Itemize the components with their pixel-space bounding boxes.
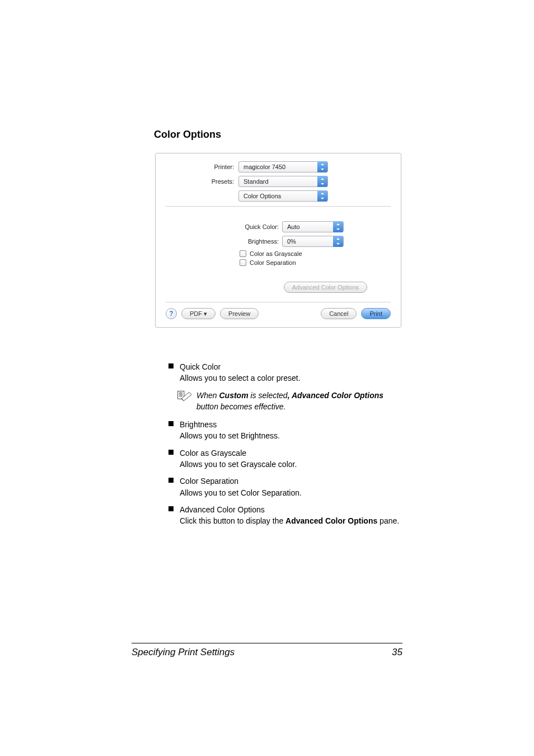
presets-select[interactable]: Standard bbox=[238, 176, 328, 187]
divider bbox=[166, 302, 391, 302]
page-footer: Specifying Print Settings 35 bbox=[132, 643, 402, 658]
list-item: Brightness Allows you to set Brightness. bbox=[154, 419, 402, 442]
body-text: Quick Color Allows you to select a color… bbox=[154, 361, 402, 527]
bullet-icon bbox=[168, 421, 174, 426]
brightness-value: 0% bbox=[287, 238, 296, 245]
list-item: Quick Color Allows you to select a color… bbox=[154, 361, 402, 384]
bullet-desc: Click this button to display the Advance… bbox=[180, 515, 402, 526]
bullet-icon bbox=[168, 506, 174, 511]
brightness-select[interactable]: 0% bbox=[282, 236, 344, 247]
printer-value: magicolor 7450 bbox=[243, 164, 285, 170]
chevron-updown-icon bbox=[317, 161, 327, 172]
color-separation-label: Color Separation bbox=[250, 259, 296, 266]
quick-color-value: Auto bbox=[287, 223, 300, 230]
note-text: When Custom is selected, Advanced Color … bbox=[196, 391, 383, 411]
divider bbox=[166, 206, 391, 207]
color-as-grayscale-checkbox[interactable]: Color as Grayscale bbox=[240, 250, 391, 257]
list-item: Advanced Color Options Click this button… bbox=[154, 504, 402, 527]
print-dialog: Printer: magicolor 7450 Presets: Standar… bbox=[155, 153, 401, 328]
chevron-updown-icon bbox=[317, 176, 327, 187]
section-title: Color Options bbox=[154, 129, 402, 141]
chevron-updown-icon bbox=[317, 190, 327, 202]
bullet-desc: Allows you to set Grayscale color. bbox=[180, 459, 402, 470]
note: When Custom is selected, Advanced Color … bbox=[154, 390, 402, 413]
pdf-button[interactable]: PDF ▾ bbox=[181, 308, 216, 319]
chevron-updown-icon bbox=[333, 236, 343, 247]
footer-rule bbox=[132, 643, 402, 643]
checkbox-icon bbox=[240, 250, 246, 257]
bullet-title: Quick Color bbox=[180, 361, 402, 372]
printer-label: Printer: bbox=[166, 164, 238, 170]
brightness-label: Brightness: bbox=[240, 238, 282, 245]
bullet-desc: Allows you to set Brightness. bbox=[180, 430, 402, 441]
bullet-title: Advanced Color Options bbox=[180, 504, 402, 515]
note-icon bbox=[177, 390, 193, 404]
print-button[interactable]: Print bbox=[361, 308, 391, 319]
bullet-desc: Allows you to set Color Separation. bbox=[180, 487, 402, 498]
preview-button[interactable]: Preview bbox=[220, 308, 259, 319]
bullet-title: Brightness bbox=[180, 419, 402, 430]
checkbox-icon bbox=[240, 259, 246, 266]
bullet-icon bbox=[168, 363, 174, 368]
list-item: Color as Grayscale Allows you to set Gra… bbox=[154, 447, 402, 470]
bullet-desc: Allows you to select a color preset. bbox=[180, 372, 402, 384]
bullet-icon bbox=[168, 478, 174, 483]
presets-value: Standard bbox=[243, 178, 269, 185]
presets-label: Presets: bbox=[166, 178, 238, 185]
list-item: Color Separation Allows you to set Color… bbox=[154, 475, 402, 498]
cancel-button[interactable]: Cancel bbox=[321, 308, 357, 319]
footer-title: Specifying Print Settings bbox=[132, 647, 235, 658]
printer-select[interactable]: magicolor 7450 bbox=[238, 161, 328, 172]
bullet-title: Color Separation bbox=[180, 475, 402, 487]
quick-color-label: Quick Color: bbox=[240, 223, 282, 230]
pane-select[interactable]: Color Options bbox=[238, 190, 328, 202]
pane-value: Color Options bbox=[243, 193, 281, 199]
chevron-updown-icon bbox=[333, 221, 343, 232]
color-as-grayscale-label: Color as Grayscale bbox=[250, 250, 302, 257]
quick-color-select[interactable]: Auto bbox=[282, 221, 344, 232]
color-separation-checkbox[interactable]: Color Separation bbox=[240, 259, 391, 266]
help-icon[interactable]: ? bbox=[166, 308, 177, 319]
bullet-icon bbox=[168, 450, 174, 455]
advanced-color-options-button[interactable]: Advanced Color Options bbox=[284, 282, 367, 293]
page-number: 35 bbox=[392, 647, 402, 658]
bullet-title: Color as Grayscale bbox=[180, 447, 402, 459]
